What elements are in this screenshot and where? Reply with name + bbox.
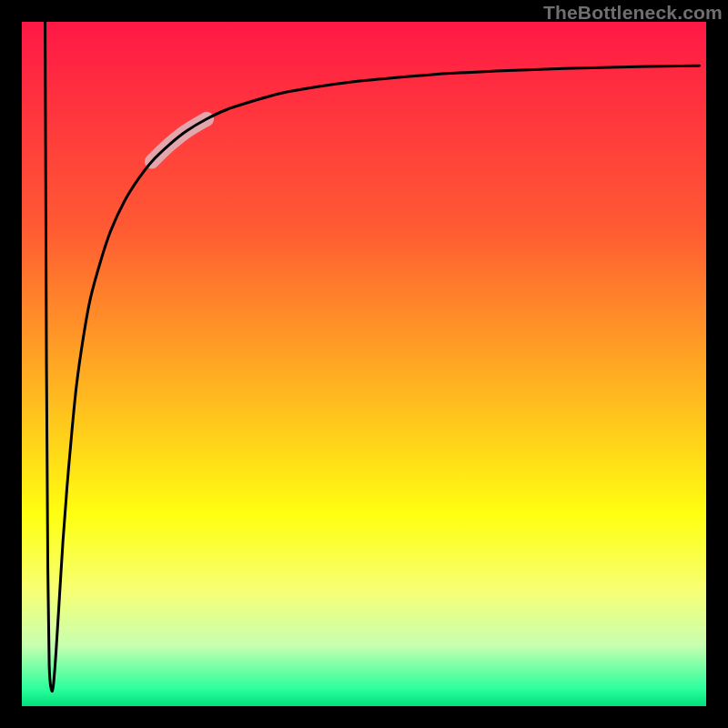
bottleneck-chart [0, 0, 728, 728]
watermark-label: TheBottleneck.com [543, 2, 723, 24]
gradient-background [22, 22, 706, 706]
chart-container: TheBottleneck.com [0, 0, 728, 728]
